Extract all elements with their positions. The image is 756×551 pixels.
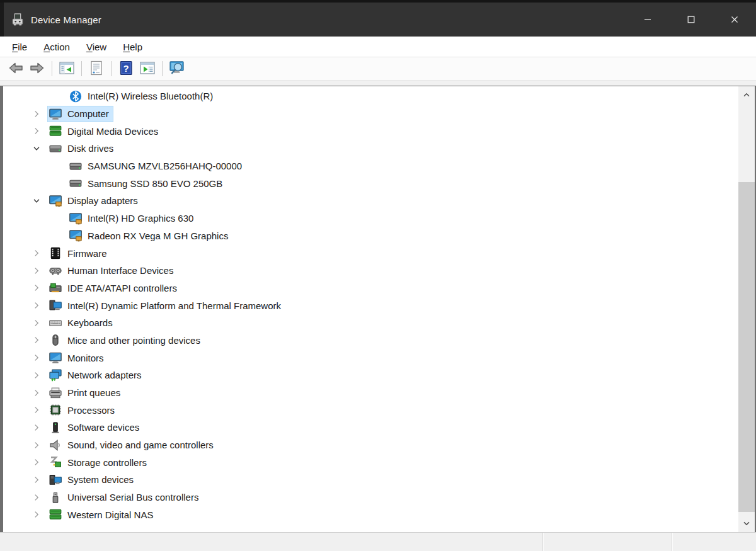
chevron-right-icon[interactable]	[28, 300, 47, 310]
forward-button[interactable]	[27, 59, 47, 78]
chevron-down-icon[interactable]	[28, 144, 47, 154]
tree-item[interactable]: Computer	[3, 105, 737, 123]
tree-item[interactable]: Samsung SSD 850 EVO 250GB	[3, 174, 737, 192]
tree-item[interactable]: Intel(R) HD Graphics 630	[3, 210, 737, 227]
firmware-chip-icon	[49, 247, 62, 259]
tree-item[interactable]: SAMSUNG MZVLB256HAHQ-00000	[3, 157, 737, 175]
toolbar-separator	[81, 61, 82, 76]
chevron-right-icon[interactable]	[28, 475, 47, 485]
window-title: Device Manager	[31, 14, 101, 25]
tree-item[interactable]: Software devices	[3, 419, 737, 436]
tree-item[interactable]: Display adapters	[3, 192, 737, 210]
speaker-icon	[49, 439, 62, 452]
tree-item[interactable]: Processors	[3, 401, 737, 419]
tree-item[interactable]: Monitors	[3, 349, 737, 366]
tree-item[interactable]: Storage controllers	[3, 453, 737, 471]
chevron-right-icon[interactable]	[28, 405, 47, 415]
properties-button[interactable]	[86, 59, 106, 78]
chevron-right-icon[interactable]	[28, 509, 47, 520]
display-adapter-icon	[69, 212, 82, 225]
tree-item[interactable]: Print queues	[3, 384, 737, 402]
chevron-down-icon[interactable]	[28, 196, 47, 206]
monitor-icon	[49, 351, 62, 364]
network-adapter-icon	[49, 369, 62, 382]
device-manager-app-icon	[11, 13, 25, 26]
toolbar-divider	[0, 80, 756, 86]
toolbar: ?	[0, 57, 756, 80]
ide-controller-icon	[49, 281, 62, 294]
software-device-icon	[49, 421, 62, 434]
menu-file[interactable]: File	[6, 38, 33, 55]
chevron-right-icon[interactable]	[28, 388, 47, 398]
scroll-down-button[interactable]	[738, 514, 755, 532]
chevron-right-icon[interactable]	[28, 353, 47, 363]
disk-drive-icon	[69, 160, 82, 173]
tree-item[interactable]: Mice and other pointing devices	[3, 332, 737, 349]
scan-hardware-changes-button[interactable]	[167, 59, 187, 78]
chevron-right-icon[interactable]	[28, 248, 47, 258]
media-server-icon	[49, 508, 62, 521]
chevron-right-icon[interactable]	[28, 266, 47, 276]
chevron-right-icon[interactable]	[28, 457, 47, 467]
tree-item[interactable]: Sound, video and game controllers	[3, 436, 737, 454]
thermal-framework-icon	[49, 299, 62, 312]
minimize-icon	[643, 14, 653, 25]
tree-item[interactable]: Network adapters	[3, 366, 737, 384]
device-manager-window: Device Manager FileActionViewHelp ? Inte…	[0, 0, 756, 551]
tree-item[interactable]: Universal Serial Bus controllers	[3, 489, 737, 506]
chevron-right-icon[interactable]	[28, 440, 47, 450]
chevron-right-icon[interactable]	[28, 126, 47, 136]
device-tree-pane: Intel(R) Wireless Bluetooth(R) Computer …	[0, 86, 756, 532]
scroll-up-button[interactable]	[738, 86, 755, 104]
tree-item[interactable]: Intel(R) Wireless Bluetooth(R)	[3, 88, 737, 105]
tree-item[interactable]: IDE ATA/ATAPI controllers	[3, 280, 737, 297]
computer-icon	[49, 108, 62, 120]
display-adapter-icon	[69, 229, 82, 242]
close-button[interactable]	[713, 3, 756, 37]
expander-none	[49, 213, 67, 224]
tree-item[interactable]: System devices	[3, 471, 737, 489]
scrollbar-thumb[interactable]	[738, 182, 755, 512]
tree-item[interactable]: Human Interface Devices	[3, 262, 737, 280]
minimize-button[interactable]	[626, 3, 669, 37]
console-tree-icon	[59, 60, 75, 78]
tree-item[interactable]: Keyboards	[3, 314, 737, 332]
display-adapter-icon	[49, 195, 62, 207]
expander-none	[49, 230, 67, 241]
chevron-right-icon[interactable]	[28, 370, 47, 380]
chevron-right-icon[interactable]	[28, 109, 47, 119]
disk-drive-icon	[69, 177, 82, 190]
back-button[interactable]	[6, 59, 26, 78]
menu-help[interactable]: Help	[117, 38, 149, 55]
device-tree: Intel(R) Wireless Bluetooth(R) Computer …	[3, 86, 737, 532]
status-pane	[672, 533, 756, 551]
tree-item[interactable]: Radeon RX Vega M GH Graphics	[3, 227, 737, 245]
storage-controller-icon	[49, 456, 62, 469]
show-hide-console-tree-button[interactable]	[57, 59, 77, 78]
status-pane	[542, 533, 672, 551]
vertical-scrollbar[interactable]	[738, 86, 755, 532]
tree-item[interactable]: Firmware	[3, 244, 737, 262]
tree-item[interactable]: Western Digital NAS	[3, 506, 737, 524]
chevron-right-icon[interactable]	[28, 423, 47, 433]
arrow-left-icon	[8, 60, 24, 78]
title-bar: Device Manager	[0, 0, 756, 37]
tree-item[interactable]: Disk drives	[3, 140, 737, 157]
tree-item[interactable]: Digital Media Devices	[3, 122, 737, 140]
menu-action[interactable]: Action	[37, 38, 76, 55]
chevron-right-icon[interactable]	[28, 492, 47, 503]
help-button[interactable]: ?	[116, 59, 136, 78]
menu-view[interactable]: View	[80, 38, 113, 55]
disk-drive-icon	[49, 142, 62, 155]
chevron-right-icon[interactable]	[28, 318, 47, 328]
tree-item[interactable]: Intel(R) Dynamic Platform and Thermal Fr…	[3, 297, 737, 314]
chevron-right-icon[interactable]	[28, 283, 47, 293]
expander-none	[49, 161, 67, 171]
show-action-pane-button[interactable]	[137, 59, 158, 78]
printer-icon	[49, 387, 62, 399]
scan-hardware-icon	[169, 60, 185, 78]
bluetooth-icon	[69, 90, 82, 103]
properties-icon	[88, 60, 105, 78]
chevron-right-icon[interactable]	[28, 335, 47, 345]
maximize-button[interactable]	[669, 3, 713, 37]
